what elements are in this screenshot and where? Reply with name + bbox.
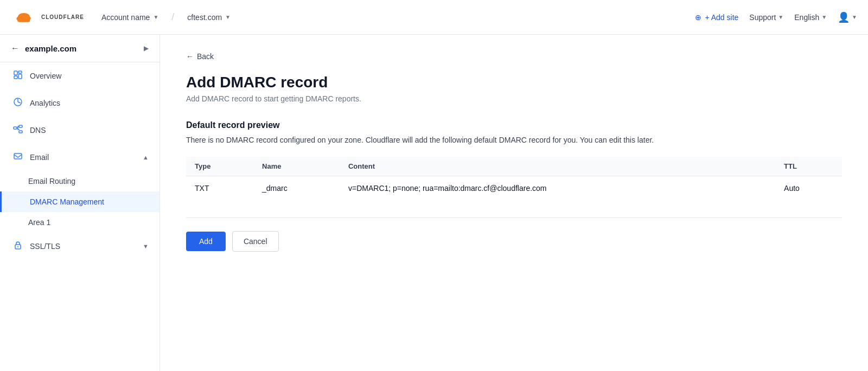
col-ttl: TTL: [775, 157, 842, 176]
svg-rect-7: [18, 74, 22, 79]
sidebar-header-left: ← example.com: [11, 43, 76, 53]
svg-rect-5: [18, 71, 22, 73]
domain-label: cftest.com: [187, 13, 222, 22]
email-expand-icon: ▲: [143, 154, 149, 161]
back-arrow-icon: ←: [186, 52, 194, 61]
add-button[interactable]: Add: [186, 232, 226, 251]
ssl-icon: [12, 240, 23, 252]
email-icon: [12, 151, 23, 163]
svg-rect-4: [14, 71, 17, 75]
section-title: Default record preview: [186, 120, 842, 130]
support-dropdown[interactable]: Support ▼: [749, 13, 783, 22]
dmarc-management-label: DMARC Management: [30, 197, 104, 206]
sidebar-item-email-routing[interactable]: Email Routing: [0, 171, 159, 191]
action-buttons: Add Cancel: [186, 231, 842, 252]
nav-separator: /: [171, 11, 174, 23]
section-desc: There is no DMARC record configured on y…: [186, 135, 842, 146]
sidebar-item-ssl-tls[interactable]: SSL/TLS ▼: [0, 233, 159, 260]
sidebar-item-label: SSL/TLS: [30, 242, 60, 251]
sidebar-item-label: Overview: [30, 72, 61, 80]
table-row: TXT _dmarc v=DMARC1; p=none; rua=mailto:…: [186, 176, 842, 201]
analytics-icon: [12, 97, 23, 109]
area1-label: Area 1: [28, 218, 50, 227]
sidebar-expand-icon[interactable]: ▶: [144, 44, 149, 52]
sidebar-item-analytics[interactable]: Analytics: [0, 89, 159, 117]
cloudflare-logo: [11, 9, 37, 26]
col-type: Type: [186, 157, 253, 176]
page-title: Add DMARC record: [186, 74, 842, 91]
account-name-label: Account name: [101, 13, 150, 22]
col-content: Content: [340, 157, 775, 176]
svg-rect-12: [14, 153, 22, 159]
email-routing-label: Email Routing: [28, 177, 75, 186]
sidebar-item-area1[interactable]: Area 1: [0, 212, 159, 233]
back-label: Back: [197, 52, 214, 61]
domain-chevron-icon: ▼: [225, 14, 231, 20]
section-divider: [186, 218, 842, 218]
add-site-button[interactable]: ⊕ + Add site: [695, 13, 738, 22]
cancel-button[interactable]: Cancel: [232, 231, 279, 252]
cell-content: v=DMARC1; p=none; rua=mailto:dmarc.cf@cl…: [340, 176, 775, 201]
sidebar-item-overview[interactable]: Overview: [0, 62, 159, 89]
svg-rect-11: [19, 131, 22, 133]
cell-name: _dmarc: [253, 176, 340, 201]
language-dropdown[interactable]: English ▼: [794, 13, 827, 22]
add-site-label: + Add site: [705, 13, 738, 22]
language-chevron-icon: ▼: [821, 14, 827, 20]
svg-rect-9: [14, 127, 17, 129]
support-chevron-icon: ▼: [778, 14, 783, 20]
user-chevron-icon: ▼: [852, 14, 857, 20]
page-subtitle: Add DMARC record to start getting DMARC …: [186, 94, 842, 103]
account-chevron-icon: ▼: [153, 14, 158, 20]
svg-rect-6: [14, 76, 17, 79]
dns-icon: [12, 124, 23, 136]
sidebar-item-label: Email: [30, 153, 49, 162]
overview-icon: [12, 70, 23, 82]
account-name-dropdown[interactable]: Account name ▼: [97, 10, 163, 25]
sidebar: ← example.com ▶ Overview Analytics DNS: [0, 35, 160, 371]
col-name: Name: [253, 157, 340, 176]
logo-area: CLOUDFLARE: [11, 9, 84, 26]
sidebar-domain: example.com: [25, 44, 76, 53]
language-label: English: [794, 13, 819, 22]
domain-dropdown[interactable]: cftest.com ▼: [183, 10, 235, 25]
sidebar-item-dns[interactable]: DNS: [0, 117, 159, 144]
main-layout: ← example.com ▶ Overview Analytics DNS: [0, 35, 868, 371]
main-content: ← Back Add DMARC record Add DMARC record…: [160, 35, 868, 371]
cell-ttl: Auto: [775, 176, 842, 201]
ssl-expand-icon: ▼: [143, 243, 149, 250]
svg-rect-3: [18, 18, 30, 22]
user-icon: 👤: [838, 11, 850, 23]
record-table: Type Name Content TTL TXT _dmarc v=DMARC…: [186, 157, 842, 200]
sidebar-item-dmarc-management[interactable]: DMARC Management: [0, 191, 159, 212]
top-navigation: CLOUDFLARE Account name ▼ / cftest.com ▼…: [0, 0, 868, 35]
sidebar-header: ← example.com ▶: [0, 35, 159, 62]
svg-point-14: [17, 246, 18, 247]
sidebar-item-label: Analytics: [30, 99, 60, 107]
sidebar-item-email[interactable]: Email ▲: [0, 144, 159, 171]
sidebar-item-label: DNS: [30, 126, 46, 135]
cell-type: TXT: [186, 176, 253, 201]
back-link[interactable]: ← Back: [186, 52, 842, 61]
sidebar-back-icon[interactable]: ←: [11, 43, 20, 53]
topnav-right: ⊕ + Add site Support ▼ English ▼ 👤 ▼: [695, 11, 857, 23]
user-menu[interactable]: 👤 ▼: [838, 11, 857, 23]
cloudflare-text: CLOUDFLARE: [41, 14, 84, 20]
add-site-icon: ⊕: [695, 13, 701, 22]
support-label: Support: [749, 13, 776, 22]
